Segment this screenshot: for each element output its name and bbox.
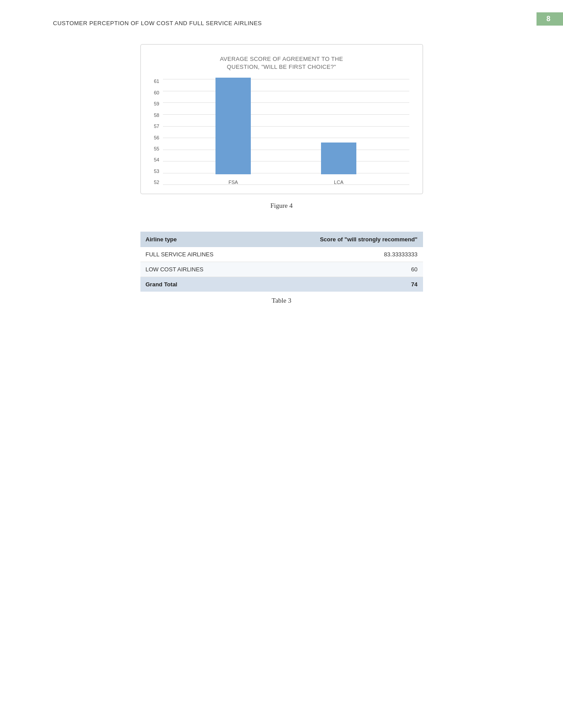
page: 8 CUSTOMER PERCEPTION OF LOW COST AND FU… (0, 0, 563, 728)
col-header-airline: Airline type (140, 232, 259, 247)
y-axis: 61 60 59 58 57 56 55 54 53 52 (154, 79, 163, 185)
col-header-score: Score of "will strongly recommend" (259, 232, 423, 247)
y-label-55: 55 (154, 146, 159, 151)
page-number-tab: 8 (537, 12, 563, 26)
grand-total-label: Grand Total (140, 277, 259, 292)
chart-area: 61 60 59 58 57 56 55 54 53 52 (154, 79, 409, 185)
airline-name-fsa: FULL SERVICE AIRLINES (140, 247, 259, 262)
bar-fsa (215, 78, 251, 174)
y-label-61: 61 (154, 79, 159, 84)
document-title: CUSTOMER PERCEPTION OF LOW COST AND FULL… (53, 20, 510, 26)
y-label-56: 56 (154, 135, 159, 140)
bar-label-lca: LCA (334, 180, 343, 185)
chart-plot: FSA LCA (163, 79, 409, 185)
bars-wrapper: FSA LCA (163, 79, 409, 185)
y-label-57: 57 (154, 124, 159, 129)
table-wrapper: Airline type Score of "will strongly rec… (140, 232, 423, 292)
y-label-52: 52 (154, 180, 159, 185)
y-label-60: 60 (154, 90, 159, 95)
table-footer-row: Grand Total 74 (140, 277, 423, 292)
table-row: FULL SERVICE AIRLINES 83.33333333 (140, 247, 423, 262)
y-label-53: 53 (154, 169, 159, 174)
y-label-54: 54 (154, 158, 159, 162)
bar-group-fsa: FSA (215, 78, 251, 185)
y-label-58: 58 (154, 113, 159, 118)
y-label-59: 59 (154, 101, 159, 106)
data-table: Airline type Score of "will strongly rec… (140, 232, 423, 292)
table-header-row: Airline type Score of "will strongly rec… (140, 232, 423, 247)
grand-total-value: 74 (259, 277, 423, 292)
score-fsa: 83.33333333 (259, 247, 423, 262)
page-number: 8 (547, 15, 551, 23)
bar-group-lca: LCA (321, 143, 356, 185)
figure-caption: Figure 4 (53, 202, 510, 210)
chart-container: AVERAGE SCORE OF AGREEMENT TO THE QUESTI… (140, 44, 423, 194)
bar-lca (321, 143, 356, 174)
table-row: LOW COST AIRLINES 60 (140, 262, 423, 277)
chart-title: AVERAGE SCORE OF AGREEMENT TO THE QUESTI… (154, 55, 409, 71)
table-caption: Table 3 (53, 297, 510, 304)
score-lca: 60 (259, 262, 423, 277)
bar-label-fsa: FSA (228, 180, 238, 185)
airline-name-lca: LOW COST AIRLINES (140, 262, 259, 277)
